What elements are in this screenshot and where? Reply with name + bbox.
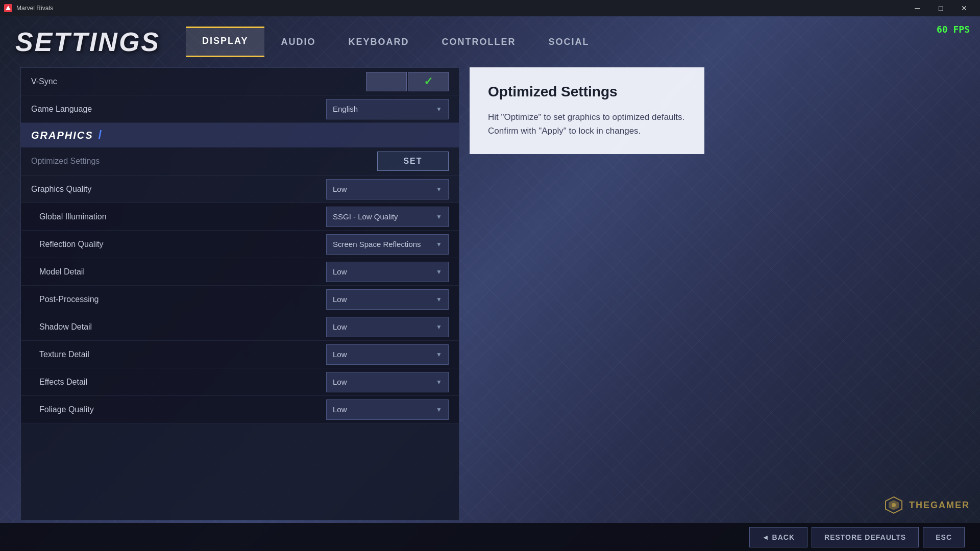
graphics-quality-row: Graphics Quality Low ▼ — [21, 176, 459, 203]
graphics-quality-label: Graphics Quality — [31, 185, 91, 194]
vsync-toggle[interactable]: ✓ — [366, 72, 449, 91]
optimized-label: Optimized Settings — [31, 157, 100, 166]
effects-detail-label: Effects Detail — [39, 378, 87, 387]
tab-social[interactable]: SOCIAL — [532, 27, 605, 57]
maximize-button[interactable]: □ — [929, 0, 952, 16]
vsync-label: V-Sync — [31, 77, 57, 86]
post-processing-label: Post-Processing — [39, 295, 99, 304]
section-slash-icon: / — [99, 128, 102, 142]
model-detail-value: Low — [333, 267, 347, 276]
titlebar: Marvel Rivals ─ □ ✕ — [0, 0, 980, 16]
effects-detail-value: Low — [333, 378, 347, 386]
game-language-value: English — [333, 105, 358, 113]
chevron-down-icon: ▼ — [436, 379, 442, 386]
model-detail-label: Model Detail — [39, 267, 85, 277]
model-detail-row: Model Detail Low ▼ — [21, 258, 459, 286]
titlebar-controls: ─ □ ✕ — [905, 0, 976, 16]
graphics-quality-dropdown[interactable]: Low ▼ — [326, 179, 449, 199]
info-panel-text: Hit "Optimize" to set graphics to optimi… — [488, 110, 686, 138]
effects-detail-row: Effects Detail Low ▼ — [21, 368, 459, 396]
chevron-down-icon: ▼ — [436, 351, 442, 358]
global-illumination-value: SSGI - Low Quality — [333, 212, 398, 221]
graphics-section-title: GRAPHICS — [31, 130, 93, 141]
chevron-down-icon: ▼ — [436, 241, 442, 248]
foliage-quality-row: Foliage Quality Low ▼ — [21, 396, 459, 423]
fps-badge: 60 FPS — [937, 24, 970, 35]
tab-keyboard[interactable]: KEYBOARD — [332, 27, 425, 57]
header: SETTINGS DISPLAY AUDIO KEYBOARD CONTROLL… — [0, 16, 980, 67]
post-processing-value: Low — [333, 295, 347, 304]
main-area: SETTINGS DISPLAY AUDIO KEYBOARD CONTROLL… — [0, 16, 980, 551]
texture-detail-value: Low — [333, 350, 347, 359]
logo-watermark: THEGAMER — [884, 495, 970, 515]
chevron-down-icon: ▼ — [436, 186, 442, 193]
checkmark-icon: ✓ — [424, 75, 433, 88]
shadow-detail-value: Low — [333, 322, 347, 331]
logo-text: THEGAMER — [909, 500, 970, 511]
chevron-down-icon: ▼ — [436, 323, 442, 331]
thegamer-logo-icon — [884, 495, 904, 515]
reflection-quality-value: Screen Space Reflections — [333, 240, 421, 248]
optimized-settings-row: Optimized Settings SET — [21, 147, 459, 176]
graphics-quality-value: Low — [333, 185, 347, 193]
close-button[interactable]: ✕ — [952, 0, 976, 16]
minimize-button[interactable]: ─ — [905, 0, 929, 16]
vsync-row: V-Sync ✓ — [21, 68, 459, 95]
toggle-on-part: ✓ — [408, 72, 449, 91]
info-panel: Optimized Settings Hit "Optimize" to set… — [470, 67, 704, 154]
global-illumination-label: Global Illumination — [39, 212, 107, 221]
tab-audio[interactable]: AUDIO — [264, 27, 332, 57]
foliage-quality-value: Low — [333, 405, 347, 414]
chevron-down-icon: ▼ — [436, 213, 442, 220]
game-language-row: Game Language English ▼ — [21, 95, 459, 123]
game-language-dropdown[interactable]: English ▼ — [326, 99, 449, 119]
chevron-down-icon: ▼ — [436, 106, 442, 113]
svg-point-3 — [892, 503, 896, 507]
global-illumination-row: Global Illumination SSGI - Low Quality ▼ — [21, 203, 459, 231]
chevron-down-icon: ▼ — [436, 406, 442, 413]
shadow-detail-dropdown[interactable]: Low ▼ — [326, 317, 449, 337]
shadow-detail-row: Shadow Detail Low ▼ — [21, 313, 459, 341]
restore-defaults-button[interactable]: RESTORE DEFAULTS — [812, 527, 919, 547]
bottom-bar: ◄ BACK RESTORE DEFAULTS ESC — [0, 523, 980, 551]
global-illumination-dropdown[interactable]: SSGI - Low Quality ▼ — [326, 207, 449, 227]
tab-display[interactable]: DISPLAY — [186, 27, 264, 57]
titlebar-title: Marvel Rivals — [16, 5, 53, 12]
graphics-section-header: GRAPHICS / — [21, 123, 459, 147]
chevron-down-icon: ▼ — [436, 268, 442, 276]
esc-button[interactable]: ESC — [923, 527, 965, 547]
reflection-quality-label: Reflection Quality — [39, 240, 103, 249]
texture-detail-label: Texture Detail — [39, 350, 89, 359]
texture-detail-row: Texture Detail Low ▼ — [21, 341, 459, 368]
app-icon — [4, 4, 12, 12]
svg-marker-0 — [6, 6, 11, 10]
set-button[interactable]: SET — [377, 152, 449, 171]
game-language-label: Game Language — [31, 105, 92, 114]
titlebar-left: Marvel Rivals — [4, 4, 53, 12]
chevron-down-icon: ▼ — [436, 296, 442, 303]
post-processing-row: Post-Processing Low ▼ — [21, 286, 459, 313]
info-panel-title: Optimized Settings — [488, 84, 686, 100]
tab-controller[interactable]: CONTROLLER — [425, 27, 532, 57]
reflection-quality-row: Reflection Quality Screen Space Reflecti… — [21, 231, 459, 258]
reflection-quality-dropdown[interactable]: Screen Space Reflections ▼ — [326, 234, 449, 255]
settings-title: SETTINGS — [15, 27, 160, 57]
nav-tabs: DISPLAY AUDIO KEYBOARD CONTROLLER SOCIAL — [186, 27, 605, 57]
foliage-quality-label: Foliage Quality — [39, 405, 94, 414]
model-detail-dropdown[interactable]: Low ▼ — [326, 262, 449, 282]
settings-panel: V-Sync ✓ Game Language English ▼ GRAPHIC… — [20, 67, 459, 520]
foliage-quality-dropdown[interactable]: Low ▼ — [326, 399, 449, 420]
texture-detail-dropdown[interactable]: Low ▼ — [326, 344, 449, 365]
effects-detail-dropdown[interactable]: Low ▼ — [326, 372, 449, 392]
post-processing-dropdown[interactable]: Low ▼ — [326, 289, 449, 310]
shadow-detail-label: Shadow Detail — [39, 322, 92, 332]
toggle-off-part — [366, 72, 407, 91]
back-button[interactable]: ◄ BACK — [749, 527, 807, 547]
